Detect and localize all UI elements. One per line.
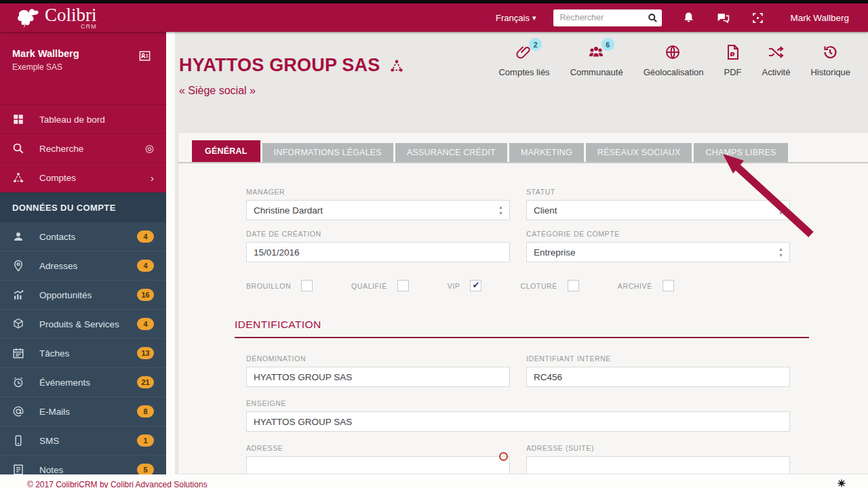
sidebar-item-recherche[interactable]: Recherche ◎ [0, 134, 166, 163]
tab-reseaux-sociaux[interactable]: RÉSEAUX SOCIAUX [586, 143, 692, 162]
sidebar-item-label: Adresses [39, 261, 77, 271]
sidebar-item-sms[interactable]: SMS 1 [0, 426, 166, 455]
sidebar-item-label: Événements [39, 378, 90, 388]
flag-archive: ARCHIVÉ [618, 280, 674, 291]
denomination-input[interactable] [246, 367, 510, 387]
language-selector[interactable]: Français ▾ [496, 13, 536, 23]
sidebar-item-emails[interactable]: E-Mails 8 [0, 397, 166, 426]
field-label: MANAGER [246, 188, 510, 196]
action-activite[interactable]: Activité [762, 44, 791, 77]
statut-select[interactable]: ▲▼ [526, 200, 790, 220]
spinner-icon[interactable]: ▲▼ [778, 246, 783, 258]
enseigne-value[interactable] [247, 412, 789, 431]
categorie-select[interactable]: ▲▼ [526, 242, 790, 262]
action-historique[interactable]: Historique [810, 44, 850, 77]
sidebar-item-evenements[interactable]: Événements 21 [0, 368, 166, 397]
spinner-icon[interactable]: ▲▼ [498, 204, 503, 216]
search-icon[interactable] [648, 13, 658, 23]
sidebar-item-produits-services[interactable]: Produits & Services 4 [0, 310, 166, 339]
action-label: Historique [810, 67, 850, 77]
sidebar-item-label: E-Mails [39, 407, 70, 417]
action-pdf[interactable]: PDF [724, 44, 742, 77]
sidebar-item-notes[interactable]: Notes 5 [0, 455, 166, 474]
tab-marketing[interactable]: MARKETING [509, 143, 584, 162]
count-badge: 1 [137, 434, 154, 447]
calendar-icon [12, 347, 24, 359]
sidebar-item-label: Produits & Services [39, 319, 119, 329]
checkbox-label: QUALIFIÉ [351, 282, 387, 290]
cloture-checkbox[interactable] [568, 280, 579, 291]
gear-icon[interactable] [837, 479, 846, 488]
contacts-icon [12, 230, 24, 243]
sidebar-item-label: Tâches [39, 348, 69, 359]
account-actions: 2 Comptes liés 6 Communauté Géolocalisat… [478, 44, 850, 77]
sidebar-item-label: Comptes [39, 173, 76, 183]
manager-select[interactable]: ▲▼ [246, 200, 510, 220]
tab-informations-legales[interactable]: INFORMATIONS LÉGALES [262, 143, 393, 162]
sidebar-item-adresses[interactable]: Adresses 4 [0, 251, 166, 281]
sidebar-user-card: Mark Wallberg Exemple SAS [0, 32, 166, 105]
count-badge: 21 [137, 376, 154, 388]
hierarchy-icon[interactable] [389, 58, 404, 73]
spinner-icon[interactable]: ▲▼ [778, 204, 783, 216]
sidebar-item-taches[interactable]: Tâches 13 [0, 339, 166, 368]
action-communaute[interactable]: 6 Communauté [570, 44, 623, 77]
target-icon[interactable]: ◎ [145, 142, 154, 155]
alarm-clock-icon [12, 376, 24, 388]
tab-assurance-credit[interactable]: ASSURANCE CRÉDIT [395, 143, 507, 162]
date-creation-input[interactable] [246, 242, 510, 262]
brouillon-checkbox[interactable] [301, 280, 313, 291]
identifiant-value[interactable] [527, 367, 789, 386]
adresse-suite-value[interactable] [527, 457, 789, 474]
history-clock-icon [822, 44, 838, 60]
sidebar-item-tableau-de-bord[interactable]: Tableau de bord [0, 105, 166, 134]
action-label: Activité [762, 67, 791, 77]
sidebar-item-contacts[interactable]: Contacts 4 [0, 222, 166, 251]
count-badge: 4 [137, 230, 154, 243]
messages-chat-icon[interactable] [717, 12, 730, 24]
adresse-input[interactable] [246, 456, 510, 474]
geolocation-marker-icon [499, 452, 508, 461]
adresse-suite-input[interactable] [526, 456, 790, 474]
field-label: ENSEIGNE [246, 399, 790, 407]
vip-checkbox[interactable] [470, 280, 481, 291]
sidebar-section-header: DONNÉES DU COMPTE [0, 192, 166, 222]
field-label: CATÉGORIE DE COMPTE [526, 230, 790, 238]
global-search-input[interactable] [553, 9, 662, 26]
field-label: ADRESSE [246, 444, 510, 452]
qualifie-checkbox[interactable] [397, 280, 409, 291]
network-icon [12, 171, 24, 184]
sidebar-item-comptes[interactable]: Comptes › [0, 163, 166, 192]
id-card-icon[interactable] [138, 49, 151, 62]
notifications-bell-icon[interactable] [682, 12, 695, 24]
tab-champs-libres[interactable]: CHAMPS LIBRES [694, 143, 787, 162]
identifiant-interne-input[interactable] [526, 367, 790, 387]
section-title: IDENTIFICATION [235, 319, 321, 330]
action-geolocalisation[interactable]: Géolocalisation [644, 44, 704, 77]
app-logo[interactable]: Colibri CRM [15, 6, 178, 30]
statut-value[interactable] [527, 201, 789, 220]
archive-checkbox[interactable] [663, 280, 674, 291]
action-label: PDF [724, 67, 742, 77]
search-icon [12, 142, 24, 155]
user-menu[interactable]: Mark Wallberg [790, 13, 849, 23]
date-creation-value[interactable] [247, 243, 509, 262]
action-comptes-lies[interactable]: 2 Comptes liés [498, 44, 549, 77]
denomination-value[interactable] [247, 367, 509, 386]
manager-value[interactable] [247, 201, 509, 220]
sidebar-item-opportunites[interactable]: Opportunités 16 [0, 281, 166, 310]
grid-icon [12, 113, 24, 125]
count-badge: 13 [137, 347, 154, 359]
sidebar-user-company: Exemple SAS [12, 62, 154, 72]
tab-general[interactable]: GÉNÉRAL [192, 140, 260, 162]
tab-bar: GÉNÉRAL INFORMATIONS LÉGALES ASSURANCE C… [178, 133, 868, 163]
account-subtitle: « Siège social » [179, 85, 256, 97]
fullscreen-icon[interactable] [751, 12, 764, 24]
categorie-value[interactable] [527, 243, 789, 262]
chevron-right-icon: › [151, 172, 154, 184]
enseigne-input[interactable] [246, 411, 790, 432]
general-form: MANAGER ▲▼ STATUT ▲▼ DATE DE CRÉATION [178, 163, 868, 474]
count-badge: 4 [137, 260, 154, 272]
adresse-value[interactable] [247, 457, 509, 474]
identification-section-header: IDENTIFICATION [235, 319, 809, 338]
